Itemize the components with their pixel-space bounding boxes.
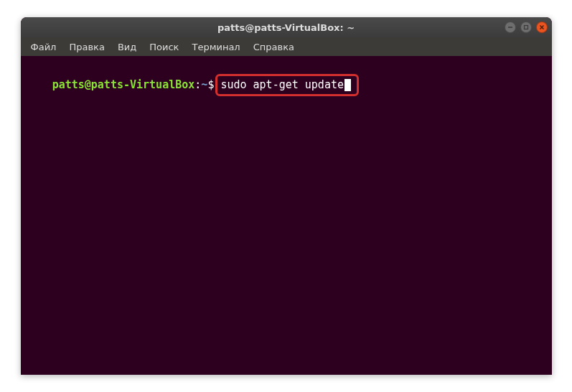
minimize-button[interactable]	[505, 22, 516, 33]
prompt-colon: :	[194, 78, 201, 93]
menu-view[interactable]: Вид	[112, 39, 142, 55]
terminal-content[interactable]: patts@patts-VirtualBox:~$ sudo apt-get u…	[21, 56, 552, 375]
prompt-path: ~	[201, 78, 207, 93]
prompt-dollar: $	[207, 78, 214, 93]
minimize-icon	[507, 24, 513, 30]
prompt-user: patts@patts-VirtualBox	[52, 78, 195, 93]
menu-terminal[interactable]: Терминал	[186, 39, 245, 55]
prompt-line: patts@patts-VirtualBox:~$ sudo apt-get u…	[52, 74, 359, 96]
menu-file[interactable]: Файл	[25, 39, 62, 55]
command-input[interactable]: sudo apt-get update	[220, 78, 344, 91]
maximize-button[interactable]	[520, 22, 532, 33]
menu-edit[interactable]: Правка	[63, 39, 110, 55]
menu-search[interactable]: Поиск	[144, 39, 184, 55]
menu-help[interactable]: Справка	[248, 39, 300, 55]
command-highlight: sudo apt-get update	[215, 74, 359, 96]
terminal-window: patts@patts-VirtualBox: ~ Файл Правка Ви…	[21, 17, 552, 375]
window-title: patts@patts-VirtualBox: ~	[217, 22, 355, 33]
close-button[interactable]	[536, 22, 548, 33]
titlebar[interactable]: patts@patts-VirtualBox: ~	[21, 17, 552, 37]
menubar: Файл Правка Вид Поиск Терминал Справка	[21, 37, 552, 56]
svg-rect-1	[524, 26, 528, 29]
maximize-icon	[523, 24, 529, 30]
window-controls	[505, 22, 548, 33]
cursor-icon	[344, 79, 351, 91]
close-icon	[539, 24, 545, 30]
